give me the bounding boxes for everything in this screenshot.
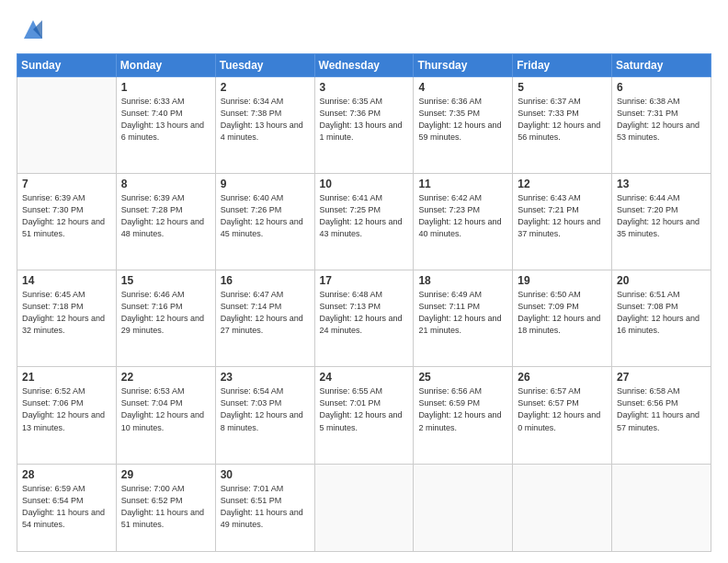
day-number: 8 (121, 178, 210, 190)
table-row: 9Sunrise: 6:40 AM Sunset: 7:26 PM Daylig… (215, 174, 314, 270)
cell-info: Sunrise: 6:51 AM Sunset: 7:08 PM Dayligh… (617, 289, 706, 337)
table-row: 20Sunrise: 6:51 AM Sunset: 7:08 PM Dayli… (612, 270, 711, 367)
table-row: 22Sunrise: 6:53 AM Sunset: 7:04 PM Dayli… (116, 367, 215, 464)
cell-info: Sunrise: 6:55 AM Sunset: 7:01 PM Dayligh… (320, 385, 409, 433)
day-number: 15 (121, 274, 210, 287)
calendar-week-row: 7Sunrise: 6:39 AM Sunset: 7:30 PM Daylig… (17, 174, 711, 270)
table-row: 26Sunrise: 6:57 AM Sunset: 6:57 PM Dayli… (513, 367, 612, 464)
table-row: 6Sunrise: 6:38 AM Sunset: 7:31 PM Daylig… (612, 77, 711, 174)
table-row: 12Sunrise: 6:43 AM Sunset: 7:21 PM Dayli… (513, 174, 612, 270)
cell-info: Sunrise: 6:36 AM Sunset: 7:35 PM Dayligh… (418, 96, 507, 144)
table-row: 25Sunrise: 6:56 AM Sunset: 6:59 PM Dayli… (414, 367, 513, 464)
table-row: 23Sunrise: 6:54 AM Sunset: 7:03 PM Dayli… (215, 367, 314, 464)
calendar-week-row: 14Sunrise: 6:45 AM Sunset: 7:18 PM Dayli… (17, 270, 711, 367)
cell-info: Sunrise: 6:48 AM Sunset: 7:13 PM Dayligh… (320, 289, 409, 337)
table-row: 19Sunrise: 6:50 AM Sunset: 7:09 PM Dayli… (513, 270, 612, 367)
day-number: 9 (221, 178, 310, 190)
table-row: 7Sunrise: 6:39 AM Sunset: 7:30 PM Daylig… (17, 174, 117, 270)
table-row: 11Sunrise: 6:42 AM Sunset: 7:23 PM Dayli… (414, 174, 513, 270)
calendar-header-row: Sunday Monday Tuesday Wednesday Thursday… (17, 54, 711, 77)
day-number: 21 (22, 371, 111, 384)
table-row: 18Sunrise: 6:49 AM Sunset: 7:11 PM Dayli… (414, 270, 513, 367)
table-row (414, 464, 513, 552)
day-number: 18 (418, 274, 507, 287)
day-number: 24 (320, 371, 409, 384)
cell-info: Sunrise: 6:37 AM Sunset: 7:33 PM Dayligh… (518, 96, 607, 144)
day-number: 26 (518, 371, 607, 384)
cell-info: Sunrise: 6:38 AM Sunset: 7:31 PM Dayligh… (617, 96, 706, 144)
cell-info: Sunrise: 6:35 AM Sunset: 7:36 PM Dayligh… (320, 96, 409, 144)
day-number: 22 (121, 371, 210, 384)
day-number: 17 (320, 274, 409, 287)
col-thursday: Thursday (414, 54, 513, 77)
cell-info: Sunrise: 6:43 AM Sunset: 7:21 PM Dayligh… (518, 192, 607, 240)
cell-info: Sunrise: 7:00 AM Sunset: 6:52 PM Dayligh… (121, 483, 210, 531)
logo-icon (20, 17, 46, 42)
day-number: 16 (221, 274, 310, 287)
table-row: 29Sunrise: 7:00 AM Sunset: 6:52 PM Dayli… (116, 464, 215, 552)
cell-info: Sunrise: 6:40 AM Sunset: 7:26 PM Dayligh… (221, 192, 310, 240)
page: Sunday Monday Tuesday Wednesday Thursday… (0, 0, 728, 563)
day-number: 28 (22, 468, 111, 481)
day-number: 11 (418, 178, 507, 190)
cell-info: Sunrise: 6:34 AM Sunset: 7:38 PM Dayligh… (221, 96, 310, 144)
table-row: 10Sunrise: 6:41 AM Sunset: 7:25 PM Dayli… (314, 174, 414, 270)
cell-info: Sunrise: 6:59 AM Sunset: 6:54 PM Dayligh… (22, 483, 111, 531)
cell-info: Sunrise: 6:46 AM Sunset: 7:16 PM Dayligh… (121, 289, 210, 337)
table-row: 1Sunrise: 6:33 AM Sunset: 7:40 PM Daylig… (116, 77, 215, 174)
table-row: 27Sunrise: 6:58 AM Sunset: 6:56 PM Dayli… (612, 367, 711, 464)
table-row: 24Sunrise: 6:55 AM Sunset: 7:01 PM Dayli… (314, 367, 414, 464)
cell-info: Sunrise: 6:56 AM Sunset: 6:59 PM Dayligh… (418, 385, 507, 433)
cell-info: Sunrise: 6:33 AM Sunset: 7:40 PM Dayligh… (121, 96, 210, 144)
day-number: 19 (518, 274, 607, 287)
day-number: 13 (617, 178, 706, 190)
day-number: 23 (221, 371, 310, 384)
table-row: 13Sunrise: 6:44 AM Sunset: 7:20 PM Dayli… (612, 174, 711, 270)
col-saturday: Saturday (612, 54, 711, 77)
table-row: 21Sunrise: 6:52 AM Sunset: 7:06 PM Dayli… (17, 367, 117, 464)
cell-info: Sunrise: 6:57 AM Sunset: 6:57 PM Dayligh… (518, 385, 607, 433)
cell-info: Sunrise: 6:42 AM Sunset: 7:23 PM Dayligh… (418, 192, 507, 240)
day-number: 30 (221, 468, 310, 481)
cell-info: Sunrise: 6:53 AM Sunset: 7:04 PM Dayligh… (121, 385, 210, 433)
table-row: 28Sunrise: 6:59 AM Sunset: 6:54 PM Dayli… (17, 464, 117, 552)
cell-info: Sunrise: 6:39 AM Sunset: 7:30 PM Dayligh… (22, 192, 111, 240)
table-row: 5Sunrise: 6:37 AM Sunset: 7:33 PM Daylig… (513, 77, 612, 174)
col-sunday: Sunday (17, 54, 117, 77)
day-number: 2 (221, 81, 310, 94)
cell-info: Sunrise: 6:47 AM Sunset: 7:14 PM Dayligh… (221, 289, 310, 337)
header (17, 17, 711, 44)
calendar-week-row: 21Sunrise: 6:52 AM Sunset: 7:06 PM Dayli… (17, 367, 711, 464)
day-number: 6 (617, 81, 706, 94)
logo (17, 17, 46, 44)
table-row: 4Sunrise: 6:36 AM Sunset: 7:35 PM Daylig… (414, 77, 513, 174)
cell-info: Sunrise: 6:39 AM Sunset: 7:28 PM Dayligh… (121, 192, 210, 240)
col-tuesday: Tuesday (215, 54, 314, 77)
day-number: 29 (121, 468, 210, 481)
calendar-table: Sunday Monday Tuesday Wednesday Thursday… (17, 53, 711, 552)
cell-info: Sunrise: 6:54 AM Sunset: 7:03 PM Dayligh… (221, 385, 310, 433)
day-number: 5 (518, 81, 607, 94)
col-friday: Friday (513, 54, 612, 77)
day-number: 27 (617, 371, 706, 384)
day-number: 7 (22, 178, 111, 190)
calendar-week-row: 28Sunrise: 6:59 AM Sunset: 6:54 PM Dayli… (17, 464, 711, 552)
cell-info: Sunrise: 6:58 AM Sunset: 6:56 PM Dayligh… (617, 385, 706, 433)
table-row (513, 464, 612, 552)
calendar-week-row: 1Sunrise: 6:33 AM Sunset: 7:40 PM Daylig… (17, 77, 711, 174)
table-row: 15Sunrise: 6:46 AM Sunset: 7:16 PM Dayli… (116, 270, 215, 367)
table-row: 3Sunrise: 6:35 AM Sunset: 7:36 PM Daylig… (314, 77, 414, 174)
table-row (612, 464, 711, 552)
cell-info: Sunrise: 6:50 AM Sunset: 7:09 PM Dayligh… (518, 289, 607, 337)
cell-info: Sunrise: 6:49 AM Sunset: 7:11 PM Dayligh… (418, 289, 507, 337)
col-wednesday: Wednesday (314, 54, 414, 77)
cell-info: Sunrise: 7:01 AM Sunset: 6:51 PM Dayligh… (221, 483, 310, 531)
cell-info: Sunrise: 6:44 AM Sunset: 7:20 PM Dayligh… (617, 192, 706, 240)
day-number: 10 (320, 178, 409, 190)
table-row (17, 77, 117, 174)
day-number: 3 (320, 81, 409, 94)
table-row: 8Sunrise: 6:39 AM Sunset: 7:28 PM Daylig… (116, 174, 215, 270)
day-number: 12 (518, 178, 607, 190)
col-monday: Monday (116, 54, 215, 77)
table-row: 30Sunrise: 7:01 AM Sunset: 6:51 PM Dayli… (215, 464, 314, 552)
